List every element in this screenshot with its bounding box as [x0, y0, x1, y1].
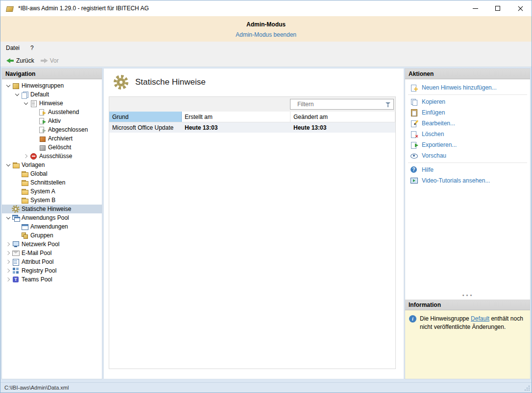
action-paste[interactable]: Einfügen — [405, 107, 530, 118]
navigation-panel: Navigation Hinweisgruppen Default Hinwei… — [1, 68, 102, 379]
information-panel-header: Information — [405, 300, 530, 310]
chevron-expanded-icon[interactable] — [5, 82, 12, 89]
sidebar-item-system-a[interactable]: System A — [2, 187, 102, 196]
sidebar-item-teams-pool[interactable]: Teams Pool — [2, 275, 102, 284]
action-label: Löschen — [422, 131, 444, 138]
chevron-collapsed-icon[interactable] — [5, 267, 12, 274]
maximize-icon — [495, 6, 500, 11]
chevron-collapsed-icon[interactable] — [5, 241, 12, 248]
sidebar-item-geloescht[interactable]: Gelöscht — [2, 143, 102, 152]
edit-icon — [410, 119, 418, 127]
separator — [408, 94, 527, 95]
sidebar-item-hinweisgruppen[interactable]: Hinweisgruppen — [2, 81, 102, 90]
sidebar-item-vorlagen[interactable]: Vorlagen — [2, 161, 102, 169]
action-label: Vorschau — [422, 152, 446, 159]
column-header-grund[interactable]: Grund — [109, 112, 182, 122]
sidebar-item-label: Ausstehend — [48, 109, 79, 116]
app-pool-icon — [12, 214, 20, 222]
window-controls — [464, 0, 532, 16]
video-icon — [410, 177, 418, 185]
sidebar-item-label: Anwendungs Pool — [22, 214, 69, 221]
sidebar-item-archiviert[interactable]: Archiviert — [2, 134, 102, 143]
sidebar-item-statische-hinweise[interactable]: Statische Hinweise — [2, 205, 102, 213]
menu-help[interactable]: ? — [25, 43, 39, 53]
sidebar-item-attribut-pool[interactable]: Attribut Pool — [2, 257, 102, 266]
sidebar-item-label: Vorlagen — [22, 162, 45, 168]
sidebar-item-netzwerk-pool[interactable]: Netzwerk Pool — [2, 240, 102, 249]
panel-splitter-handle[interactable] — [405, 294, 530, 300]
chevron-none — [31, 144, 38, 151]
sidebar-item-email-pool[interactable]: E-Mail Pool — [2, 249, 102, 257]
chevron-expanded-icon[interactable] — [5, 162, 12, 168]
chevron-none — [31, 126, 38, 133]
sidebar-item-aktiv[interactable]: Aktiv — [2, 116, 102, 125]
chevron-expanded-icon[interactable] — [23, 100, 29, 107]
filter-strip — [109, 97, 395, 112]
filter-funnel-icon[interactable] — [385, 102, 391, 108]
sidebar-item-global[interactable]: Global — [2, 169, 102, 178]
action-preview[interactable]: Vorschau — [405, 150, 530, 161]
column-header-erstellt-am[interactable]: Erstellt am — [182, 112, 290, 122]
action-copy[interactable]: Kopieren — [405, 96, 530, 107]
info-default-link[interactable]: Default — [471, 315, 489, 322]
sidebar-item-ausschluesse[interactable]: Ausschlüsse — [2, 152, 102, 161]
network-icon — [12, 240, 20, 248]
gear-icon — [114, 75, 128, 90]
sidebar-item-schnittstellen[interactable]: Schnittstellen — [2, 178, 102, 187]
sidebar-item-label: Teams Pool — [22, 276, 52, 283]
sidebar-item-ausstehend[interactable]: Ausstehend — [2, 108, 102, 116]
action-edit[interactable]: Bearbeiten... — [405, 118, 530, 129]
sidebar-item-hinweise[interactable]: Hinweise — [2, 99, 102, 108]
action-video-tutorials[interactable]: Video-Tutorials ansehen... — [405, 175, 530, 186]
sidebar-item-anwendungs-pool[interactable]: Anwendungs Pool — [2, 213, 102, 222]
chevron-expanded-icon[interactable] — [14, 91, 21, 98]
gear-icon — [12, 205, 20, 213]
sidebar-item-label: Registry Pool — [22, 267, 56, 274]
sidebar-item-registry-pool[interactable]: Registry Pool — [2, 266, 102, 275]
action-help[interactable]: Hilfe — [405, 164, 530, 175]
chevron-none — [14, 223, 21, 230]
close-button[interactable] — [509, 0, 532, 16]
minimize-button[interactable] — [464, 0, 486, 16]
action-add-hint[interactable]: Neuen Hinweis hinzufügen... — [405, 82, 530, 93]
chevron-collapsed-icon[interactable] — [5, 276, 12, 283]
chevron-expanded-icon[interactable] — [5, 214, 12, 221]
attribute-icon — [12, 258, 20, 266]
table-row[interactable]: Microsoft Office Update Heute 13:03 Heut… — [109, 122, 395, 133]
sidebar-item-anwendungen[interactable]: Anwendungen — [2, 222, 102, 231]
sidebar-item-abgeschlossen[interactable]: Abgeschlossen — [2, 125, 102, 134]
actions-list: Neuen Hinweis hinzufügen... Kopieren Ein… — [405, 79, 530, 300]
forward-button[interactable]: Vor — [37, 55, 62, 66]
resize-grip[interactable] — [523, 384, 530, 391]
email-icon — [12, 249, 20, 257]
back-button[interactable]: Zurück — [3, 55, 37, 66]
column-header-geaendert-am[interactable]: Geändert am — [290, 112, 395, 122]
menu-datei[interactable]: Datei — [0, 43, 25, 53]
hint-group-icon — [21, 91, 28, 98]
back-arrow-icon — [6, 57, 14, 65]
chevron-collapsed-icon[interactable] — [23, 153, 29, 160]
templates-folder-icon — [12, 161, 20, 169]
statusbar-path: C:\IBI-aws\Admin\Data.xml — [4, 385, 69, 391]
sidebar-item-label: Hinweisgruppen — [22, 82, 64, 89]
folder-icon — [21, 187, 28, 195]
maximize-button[interactable] — [486, 0, 509, 16]
action-label: Exportieren... — [422, 141, 457, 148]
admin-mode-exit-link[interactable]: Admin-Modus beenden — [236, 31, 296, 38]
chevron-collapsed-icon[interactable] — [5, 250, 12, 256]
active-icon — [38, 117, 46, 125]
groups-icon — [21, 231, 28, 239]
action-export[interactable]: Exportieren... — [405, 139, 530, 150]
toolbar: Zurück Vor — [0, 54, 532, 67]
chevron-none — [14, 170, 21, 177]
sidebar-item-label: Statische Hinweise — [22, 206, 71, 212]
sidebar-item-default[interactable]: Default — [2, 90, 102, 99]
action-delete[interactable]: Löschen — [405, 129, 530, 139]
sidebar-item-label: Schnittstellen — [30, 179, 65, 186]
chevron-none — [5, 206, 12, 212]
filter-input[interactable] — [290, 99, 393, 109]
main-content-panel: Statische Hinweise Grund Erstellt am Geä… — [103, 68, 404, 379]
chevron-collapsed-icon[interactable] — [5, 258, 12, 265]
sidebar-item-gruppen[interactable]: Gruppen — [2, 231, 102, 240]
sidebar-item-system-b[interactable]: System B — [2, 196, 102, 205]
